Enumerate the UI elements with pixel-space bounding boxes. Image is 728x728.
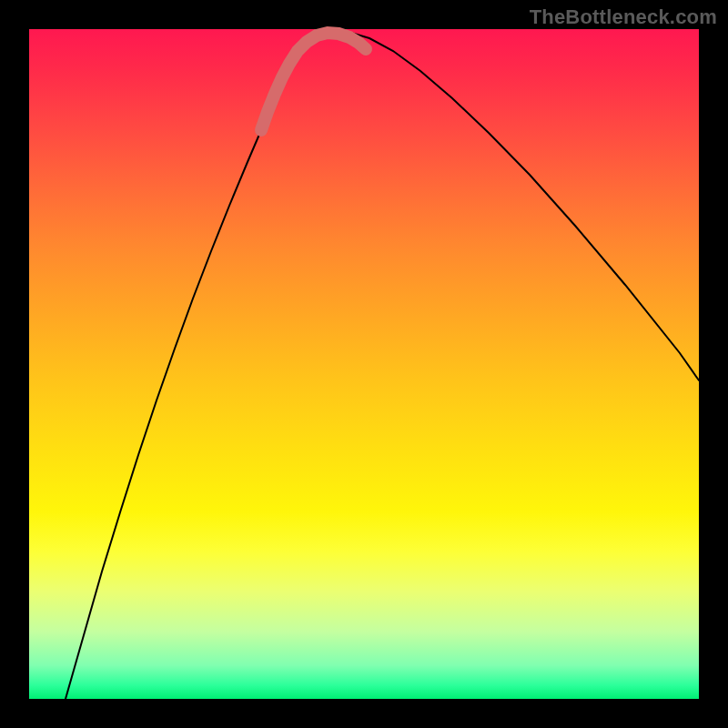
watermark-text: TheBottleneck.com: [530, 5, 717, 29]
chart-frame: TheBottleneck.com: [0, 0, 728, 728]
bottleneck-curve: [29, 29, 699, 699]
